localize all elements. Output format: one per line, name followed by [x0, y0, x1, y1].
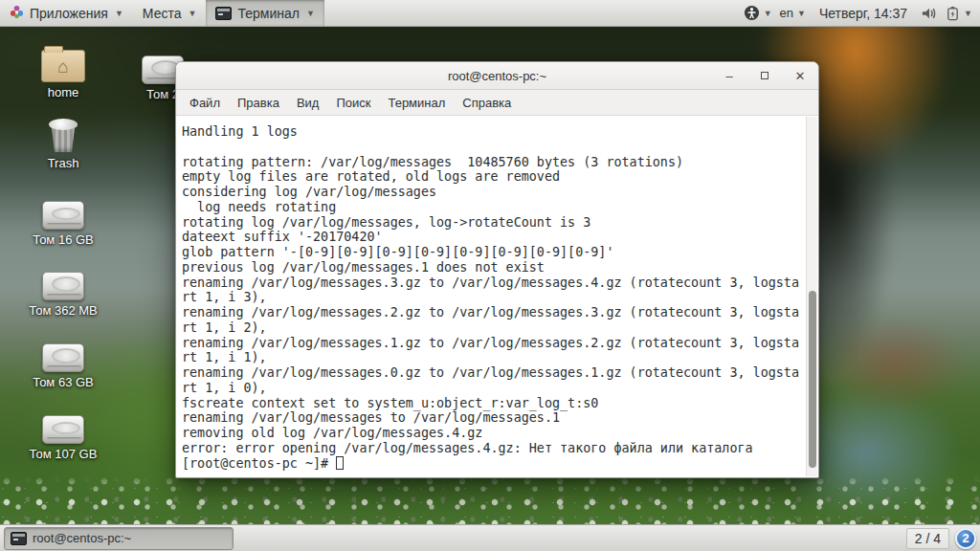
- desktop-icon-label: Том 107 GB: [15, 447, 111, 461]
- terminal-line: rotating log /var/log/messages, log->rot…: [182, 215, 805, 231]
- top-panel: Приложения ▼ Места ▼ Терминал ▼ ▼ en ▼ Ч…: [0, 0, 980, 27]
- terminal-line: rotating pattern: /var/log/messages 1048…: [182, 155, 805, 170]
- terminal-line: rt 1, i 3),: [182, 290, 805, 305]
- disk-icon: [42, 272, 84, 300]
- scrollbar-thumb[interactable]: [809, 291, 816, 467]
- trash-icon: [46, 119, 80, 153]
- panel-clock[interactable]: Четверг, 14:37: [813, 6, 913, 21]
- active-window-menu[interactable]: Терминал ▼: [206, 0, 323, 26]
- applications-icon: [10, 5, 24, 22]
- terminal-line: renaming /var/log/messages.0.gz to /var/…: [182, 365, 805, 381]
- terminal-line: [182, 140, 805, 155]
- bottom-taskbar: root@centos-pc:~ 2 / 4 2: [0, 524, 980, 551]
- desktop-icon-label: Том 63 GB: [15, 375, 111, 389]
- desktop-icon-volume-16gb[interactable]: Том 16 GB: [15, 189, 111, 247]
- terminal-line: renaming /var/log/messages.2.gz to /var/…: [182, 305, 805, 320]
- desktop-icon-label: Trash: [15, 156, 111, 170]
- chevron-down-icon: ▼: [764, 9, 772, 18]
- terminal-window: root@centos-pc:~ – ✕ Файл Правка Вид Пои…: [175, 61, 819, 478]
- desktop-icon-volume-63gb[interactable]: Том 63 GB: [15, 332, 111, 389]
- terminal-line: Handling 1 logs: [182, 124, 805, 140]
- desktop-icon-label: home: [15, 85, 111, 99]
- terminal-output-area[interactable]: Handling 1 logs rotating pattern: /var/l…: [176, 116, 818, 477]
- taskbar-window-label: root@centos-pc:~: [33, 531, 131, 545]
- minimize-button[interactable]: –: [723, 69, 736, 82]
- applications-menu-label: Приложения: [30, 6, 108, 21]
- wallpaper-pebbles-texture: [0, 474, 980, 524]
- keyboard-layout-label: en: [780, 6, 793, 20]
- desktop-icon-trash[interactable]: Trash: [15, 113, 111, 170]
- desktop-icon-label: Том 362 MB: [15, 303, 111, 318]
- disk-icon: [42, 343, 84, 372]
- battery-icon: [946, 6, 960, 21]
- folder-icon: ⌂: [41, 50, 85, 82]
- terminal-line: renaming /var/log/messages.1.gz to /var/…: [182, 336, 805, 351]
- terminal-line: log needs rotating: [182, 200, 805, 215]
- menu-search[interactable]: Поиск: [328, 93, 378, 113]
- active-window-menu-label: Терминал: [237, 6, 299, 21]
- terminal-prompt: [root@centos-pc ~]#: [182, 456, 336, 472]
- menu-edit[interactable]: Правка: [230, 93, 287, 113]
- taskbar-window-button[interactable]: root@centos-pc:~: [4, 527, 234, 550]
- terminal-line: renaming /var/log/messages.3.gz to /var/…: [182, 276, 805, 291]
- disk-icon: [42, 201, 84, 230]
- accessibility-icon: [744, 5, 760, 21]
- terminal-line: glob pattern '-[0-9][0-9][0-9][0-9][0-9]…: [182, 245, 805, 260]
- maximize-icon: [761, 72, 768, 79]
- panel-tray: ▼ en ▼ Четверг, 14:37 ▼: [744, 0, 980, 26]
- terminal-line: dateext suffix '-20170420': [182, 230, 805, 245]
- keyboard-layout-menu[interactable]: en ▼: [780, 6, 806, 20]
- terminal-line: fscreate context set to system_u:object_…: [182, 396, 805, 411]
- panel-menus: Приложения ▼ Места ▼ Терминал ▼: [0, 0, 324, 26]
- disk-icon: [42, 415, 84, 444]
- terminal-line: considering log /var/log/messages: [182, 185, 805, 200]
- terminal-icon: [11, 532, 27, 545]
- terminal-scrollbar[interactable]: [806, 117, 817, 476]
- desktop-icon-home[interactable]: ⌂ home: [15, 42, 111, 99]
- terminal-cursor: [336, 456, 344, 470]
- menu-help[interactable]: Справка: [455, 93, 519, 113]
- accessibility-menu[interactable]: ▼: [744, 5, 772, 21]
- terminal-titlebar[interactable]: root@centos-pc:~ – ✕: [176, 62, 818, 90]
- chevron-down-icon: ▼: [797, 9, 806, 18]
- chevron-down-icon: ▼: [964, 9, 972, 18]
- volume-control[interactable]: [921, 6, 938, 21]
- terminal-icon: [215, 7, 232, 20]
- close-button[interactable]: ✕: [793, 69, 807, 82]
- terminal-line: error: error opening /var/log/messages.4…: [182, 441, 805, 456]
- volume-icon: [921, 6, 938, 21]
- chevron-down-icon: ▼: [115, 9, 123, 18]
- window-controls: – ✕: [723, 62, 807, 89]
- chevron-down-icon: ▼: [189, 9, 197, 18]
- terminal-line: empty log files are rotated, old logs ar…: [182, 169, 805, 185]
- terminal-line: rt 1, i 0),: [182, 381, 805, 396]
- power-menu[interactable]: ▼: [946, 6, 972, 21]
- maximize-button[interactable]: [758, 69, 771, 82]
- terminal-line: rt 1, i 2),: [182, 320, 805, 336]
- terminal-menubar: Файл Правка Вид Поиск Терминал Справка: [176, 90, 818, 116]
- workspace-badge[interactable]: 2: [955, 528, 976, 549]
- terminal-line: rt 1, i 1),: [182, 350, 805, 365]
- terminal-line: removing old log /var/log/messages.4.gz: [182, 426, 805, 441]
- menu-terminal[interactable]: Терминал: [380, 93, 453, 113]
- applications-menu[interactable]: Приложения ▼: [0, 0, 133, 26]
- workspace-indicator[interactable]: 2 / 4: [906, 528, 949, 549]
- desktop-icon-volume-362mb[interactable]: Том 362 MB: [15, 260, 111, 318]
- chevron-down-icon: ▼: [306, 9, 315, 18]
- terminal-prompt-row: [root@centos-pc ~]#: [182, 456, 805, 472]
- desktop-icon-volume-107gb[interactable]: Том 107 GB: [15, 404, 111, 461]
- places-menu-label: Места: [143, 6, 182, 21]
- menu-view[interactable]: Вид: [289, 93, 327, 113]
- desktop-icon-label: Том 16 GB: [15, 232, 111, 247]
- terminal-line: previous log /var/log/messages.1 does no…: [182, 260, 805, 276]
- menu-file[interactable]: Файл: [182, 93, 228, 113]
- taskbar-right: 2 / 4 2: [906, 528, 980, 549]
- places-menu[interactable]: Места ▼: [133, 0, 207, 26]
- terminal-line: renaming /var/log/messages to /var/log/m…: [182, 410, 805, 426]
